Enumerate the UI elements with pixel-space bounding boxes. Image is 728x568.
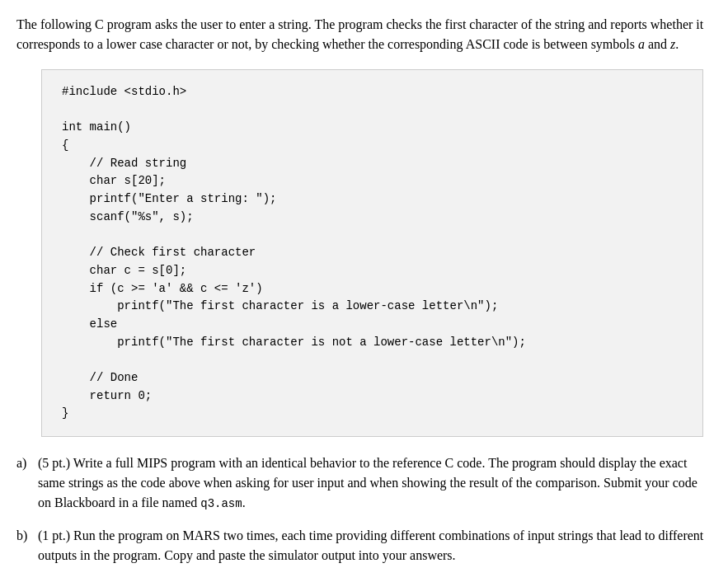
question-a-label: a) — [16, 453, 35, 473]
intro-paragraph: The following C program asks the user to… — [16, 15, 712, 54]
question-a: a) (5 pt.) Write a full MIPS program wit… — [16, 453, 712, 513]
code-block-container: #include <stdio.h> int main() { // Read … — [41, 69, 703, 437]
filename-inline: q3.asm — [200, 497, 242, 510]
question-b-label: b) — [16, 526, 35, 546]
question-a-content: (5 pt.) Write a full MIPS program with a… — [38, 453, 712, 513]
questions-section: a) (5 pt.) Write a full MIPS program wit… — [16, 453, 712, 566]
question-b-content: (1 pt.) Run the program on MARS two time… — [38, 526, 712, 566]
question-b: b) (1 pt.) Run the program on MARS two t… — [16, 526, 712, 566]
code-block: #include <stdio.h> int main() { // Read … — [62, 83, 683, 423]
